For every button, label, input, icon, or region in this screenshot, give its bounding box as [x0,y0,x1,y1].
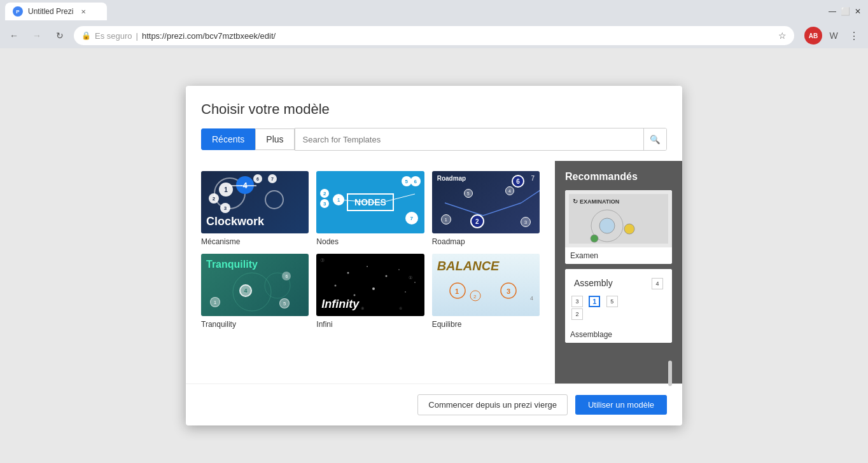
svg-point-12 [354,294,356,296]
close-button[interactable]: ✕ [853,6,863,17]
svg-text:⑧: ⑧ [361,307,364,310]
svg-text:1: 1 [455,287,459,295]
minimize-button[interactable]: — [827,6,837,17]
infinity-label-text: Infini [316,320,424,329]
svg-line-2 [445,203,483,216]
template-mecanisme[interactable]: 1 4 2 3 6 7 Clockwork [201,171,309,246]
tranquility-svg [201,254,309,316]
user-extension-button[interactable]: AB [804,27,822,45]
modal-body: 1 4 2 3 6 7 Clockwork [186,161,682,384]
svg-point-10 [398,269,400,270]
svg-line-1 [380,194,415,203]
tranquility-label-text: Tranquility [201,320,309,329]
tranquility-thumb: Tranquility 1 4 5 6 [201,254,309,316]
svg-point-13 [405,291,406,293]
template-tranquility[interactable]: Tranquility 1 4 5 6 Tranquility [201,254,309,329]
svg-point-11 [372,287,375,290]
more-options-button[interactable]: ⋮ [845,27,863,45]
modal-dialog: Choisir votre modèle Récents Plus 🔍 [186,86,682,425]
tranq-node-1: 1 [210,297,220,307]
nodes-thumb: 5 6 2 3 1 7 NOD [316,171,424,233]
exam-thumb: ↻ EXAMINATION [565,190,672,247]
balance-svg: 1 2 3 4 [445,278,540,310]
back-button[interactable]: ← [5,27,23,45]
roadmap-node-4: 4 [505,186,514,195]
rec-item-exam[interactable]: ↻ EXAMINATION E [565,190,672,264]
url-bar[interactable]: 🔒 Es seguro | https://prezi.com/bcv7mztb… [74,26,794,45]
rec-item-assembly[interactable]: Assembly 3 1 5 2 4 [565,269,672,343]
svg-line-3 [483,203,521,216]
modal-overlay: Choisir votre modèle Récents Plus 🔍 [0,48,868,463]
balance-thumb: BALANCE 1 2 3 4 [432,254,540,316]
maximize-button[interactable]: ⬜ [840,6,850,17]
window-controls: — ⬜ ✕ [827,6,863,17]
url-text: https://prezi.com/bcv7mztbxeek/edit/ [142,31,276,41]
title-bar: P Untitled Prezi ✕ — ⬜ ✕ [0,0,868,23]
browser-tab[interactable]: P Untitled Prezi ✕ [5,3,107,20]
balance-title-text: BALANCE [437,259,500,273]
infinity-title-text: Infinity [321,298,359,311]
blank-prezi-button[interactable]: Commencer depuis un prezi vierge [417,394,568,415]
search-button[interactable]: 🔍 [643,128,666,151]
recommended-sidebar: Recommandés ↻ EXAMINATION [555,161,682,384]
svg-line-0 [338,200,380,203]
template-infinity[interactable]: ∞ ① ⑧ ⑥ Infinity ③ Infini [316,254,424,329]
svg-point-30 [591,235,598,242]
search-input[interactable] [295,135,643,144]
svg-line-4 [521,190,540,203]
recommended-title: Recommandés [565,171,672,183]
modal-header: Choisir votre modèle Récents Plus 🔍 [186,86,682,161]
address-bar: ← → ↻ 🔒 Es seguro | https://prezi.com/bc… [0,23,868,48]
svg-point-8 [367,266,368,267]
page-content: Choisir votre modèle Récents Plus 🔍 [0,48,868,463]
assembly-name: Assemblage [565,326,672,343]
exam-name: Examen [565,247,672,264]
search-box: 🔍 [295,128,667,151]
svg-point-15 [414,282,416,283]
tranq-node-4: 4 [239,284,252,297]
svg-point-5 [233,273,271,311]
extension-button-2[interactable]: W [825,27,843,45]
tab-plus[interactable]: Plus [255,128,294,150]
template-balance[interactable]: BALANCE 1 2 3 4 [432,254,540,329]
assembly-grid: 3 1 5 2 [571,296,622,320]
svg-point-7 [347,272,349,274]
template-roadmap[interactable]: Roadmap 7 6 [432,171,540,246]
secure-label: Es seguro [95,31,132,41]
roadmap-node-2: 2 [470,214,484,228]
exam-thumb-header: ↻ EXAMINATION [573,198,619,205]
url-separator: | [136,31,138,41]
roadmap-label-text: Roadmap [432,237,540,246]
balance-label-text: Equilibre [432,320,540,329]
tab-close-button[interactable]: ✕ [78,6,88,17]
nodes-label-text: Nodes [316,237,424,246]
roadmap-node-1: 1 [441,214,451,225]
svg-text:3: 3 [507,287,510,295]
mecanisme-label: Mécanisme [201,237,309,246]
modal-tabs: Récents Plus 🔍 [201,128,667,151]
scrollbar[interactable] [668,361,672,386]
scrollbar-area [565,348,672,373]
templates-grid: 1 4 2 3 6 7 Clockwork [201,171,540,329]
svg-point-28 [599,218,615,233]
svg-text:4: 4 [530,295,533,301]
roadmap-node-5: 5 [464,189,473,198]
reload-button[interactable]: ↻ [51,27,69,45]
svg-point-14 [335,285,337,287]
browser-chrome: P Untitled Prezi ✕ — ⬜ ✕ ← → ↻ 🔒 Es segu… [0,0,868,48]
extensions-area: AB W ⋮ [804,27,863,45]
tab-recents[interactable]: Récents [201,128,255,150]
infinity-thumb: ∞ ① ⑧ ⑥ Infinity ③ [316,254,424,316]
forward-button[interactable]: → [28,27,46,45]
svg-point-29 [624,224,634,234]
template-nodes[interactable]: 5 6 2 3 1 7 NOD [316,171,424,246]
secure-icon: 🔒 [81,31,91,40]
tab-favicon: P [13,6,23,17]
clockwork-thumb: 1 4 2 3 6 7 Clockwork [201,171,309,233]
roadmap-node-3: 3 [521,217,531,227]
bookmark-icon[interactable]: ☆ [778,31,787,41]
use-template-button[interactable]: Utiliser un modèle [575,395,667,415]
templates-area: 1 4 2 3 6 7 Clockwork [186,161,555,384]
assembly-node-4: 4 [652,278,663,289]
modal-footer: Commencer depuis un prezi vierge Utilise… [186,384,682,425]
